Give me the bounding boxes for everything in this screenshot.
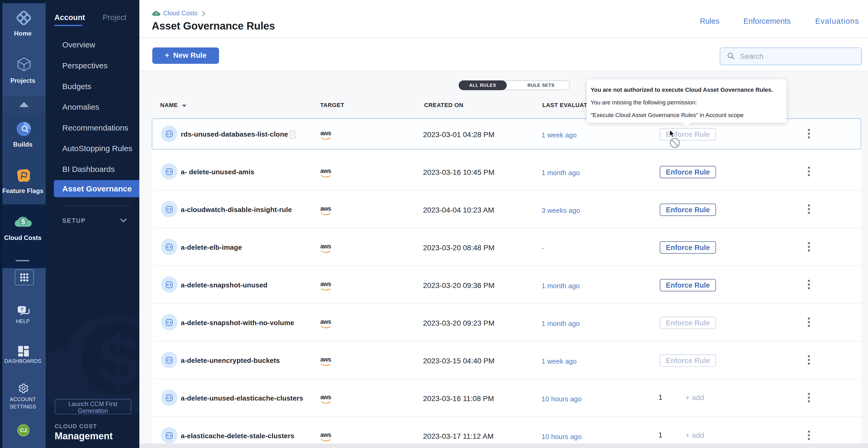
svg-text:$: $ [98, 321, 138, 400]
svg-text:$: $ [155, 11, 157, 15]
svg-text:?: ? [20, 307, 24, 312]
svg-text:$: $ [21, 217, 25, 226]
